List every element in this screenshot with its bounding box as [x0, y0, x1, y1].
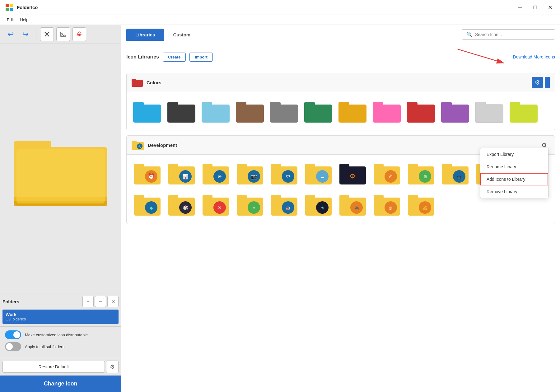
icon-cell-red[interactable] [405, 97, 436, 125]
menu-edit[interactable]: Edit [4, 17, 17, 23]
icon-cell-green[interactable] [303, 97, 334, 125]
svg-text:🏭: 🏭 [286, 206, 290, 210]
svg-text:◆: ◆ [149, 205, 153, 210]
dev-icon-14[interactable]: 🎲 [166, 191, 197, 219]
folder-list-item[interactable]: Work C:/FolderIco [2, 310, 119, 324]
icon-cell-white[interactable] [474, 97, 505, 125]
tab-custom[interactable]: Custom [164, 29, 199, 41]
undo-button[interactable]: ↩ [4, 27, 17, 41]
svg-text:📊: 📊 [182, 174, 189, 180]
search-icon: 🔍 [466, 31, 473, 37]
icon-cell-gray[interactable] [268, 97, 300, 125]
svg-rect-3 [10, 8, 13, 11]
dev-icon-7[interactable]: ⚙ [337, 160, 368, 188]
redo-button[interactable]: ↪ [19, 27, 32, 41]
dev-icon-8[interactable]: ⏱ [371, 160, 402, 188]
image-button[interactable] [56, 27, 70, 41]
svg-rect-28 [304, 102, 315, 107]
colors-library-icon [132, 77, 143, 87]
toolbar: ↩ ↪ [0, 25, 121, 44]
options-section: Make customized icon distributable Apply… [0, 326, 121, 358]
maximize-button[interactable]: □ [530, 2, 540, 12]
svg-rect-113 [305, 195, 315, 199]
svg-text:☀: ☀ [217, 174, 222, 179]
dev-icon-3[interactable]: ☀ [200, 160, 231, 188]
svg-rect-29 [338, 105, 366, 123]
svg-rect-81 [442, 164, 452, 168]
svg-rect-26 [270, 102, 281, 107]
download-more-link[interactable]: Download More Icons [513, 54, 555, 59]
remove-folder-button[interactable]: − [95, 296, 106, 307]
clear-button[interactable] [40, 27, 54, 41]
dev-icon-17[interactable]: 🏭 [268, 191, 300, 219]
change-icon-button[interactable]: Change Icon [0, 376, 121, 392]
red-arrow-indicator [455, 46, 511, 68]
svg-rect-109 [271, 195, 281, 199]
colors-gear-button[interactable]: ⚙ [532, 77, 543, 88]
clear-folder-button[interactable]: ✕ [107, 296, 119, 307]
favorite-button[interactable] [72, 27, 86, 41]
menu-help[interactable]: Help [17, 17, 31, 23]
subfolders-toggle[interactable] [5, 342, 21, 351]
dev-icon-2[interactable]: 📊 [166, 160, 197, 188]
dev-icon-4[interactable]: 📷 [234, 160, 265, 188]
dev-icon-9[interactable]: 🖥 [405, 160, 436, 188]
svg-text:⚗: ⚗ [320, 206, 324, 210]
svg-rect-39 [510, 105, 538, 123]
context-menu-export[interactable]: Export Library [480, 148, 548, 161]
svg-rect-2 [6, 8, 9, 11]
settings-button[interactable]: ⚙ [106, 361, 119, 373]
svg-rect-38 [475, 102, 486, 107]
colors-library-header: Colors ⚙ [127, 73, 555, 92]
import-library-button[interactable]: Import [189, 53, 212, 62]
folder-list: Work C:/FolderIco [2, 310, 119, 324]
icon-cell-brown[interactable] [234, 97, 265, 125]
dev-icon-18[interactable]: ⚗ [303, 191, 334, 219]
svg-rect-58 [237, 164, 247, 168]
svg-text:⏱: ⏱ [389, 174, 393, 179]
dev-icon-13[interactable]: ◆ [132, 191, 163, 219]
distributable-toggle[interactable] [5, 330, 21, 339]
tab-libraries[interactable]: Libraries [126, 29, 164, 41]
main-container: ↩ ↪ [0, 25, 560, 392]
libraries-content: Icon Libraries Create Import Download Mo… [121, 41, 560, 392]
minimize-button[interactable]: ─ [515, 2, 525, 12]
context-menu-rename[interactable]: Rename Libary [480, 161, 548, 173]
toggle-row-2: Apply to all subfolders [5, 342, 116, 351]
svg-text:💰: 💰 [422, 206, 427, 210]
icon-cell-lightblue[interactable] [200, 97, 231, 125]
close-button[interactable]: ✕ [545, 2, 555, 12]
icon-cell-yellow[interactable] [508, 97, 539, 125]
toggle-knob-1 [13, 331, 20, 338]
dev-icon-20[interactable]: 🕸 [371, 191, 402, 219]
svg-rect-18 [133, 102, 144, 107]
add-folder-button[interactable]: + [82, 296, 94, 307]
dev-icon-21[interactable]: 💰 [405, 191, 436, 219]
restore-default-button[interactable]: Restore Default [2, 361, 105, 373]
svg-rect-105 [237, 195, 247, 199]
dev-icon-19[interactable]: 🎮 [337, 191, 368, 219]
left-panel: ↩ ↪ [0, 25, 121, 392]
dev-icon-10[interactable]: 📺 [440, 160, 471, 188]
icon-cell-purple[interactable] [440, 97, 471, 125]
dev-icon-15[interactable]: ✕ [200, 191, 231, 219]
icon-cell-pink[interactable] [371, 97, 402, 125]
dev-icon-16[interactable]: ✦ [234, 191, 265, 219]
svg-rect-13 [16, 149, 105, 203]
svg-text:🔧: 🔧 [138, 145, 142, 149]
icon-cell-dark[interactable] [166, 97, 197, 125]
search-input[interactable] [475, 32, 550, 37]
context-menu-remove[interactable]: Remove Library [480, 185, 548, 198]
icon-cell-orange[interactable] [337, 97, 368, 125]
svg-rect-34 [407, 102, 418, 107]
folder-name: Work [6, 312, 115, 317]
dev-icon-5[interactable]: 🛡 [268, 160, 300, 188]
dev-icon-1[interactable]: ⏰ [132, 160, 163, 188]
create-library-button[interactable]: Create [163, 53, 186, 62]
context-menu-add-icons[interactable]: Add Icons to Library [480, 173, 548, 185]
svg-rect-50 [168, 164, 178, 168]
svg-text:📺: 📺 [457, 174, 462, 180]
svg-rect-125 [408, 195, 418, 199]
dev-icon-6[interactable]: ☁ [303, 160, 334, 188]
icon-cell-blue[interactable] [132, 97, 163, 125]
